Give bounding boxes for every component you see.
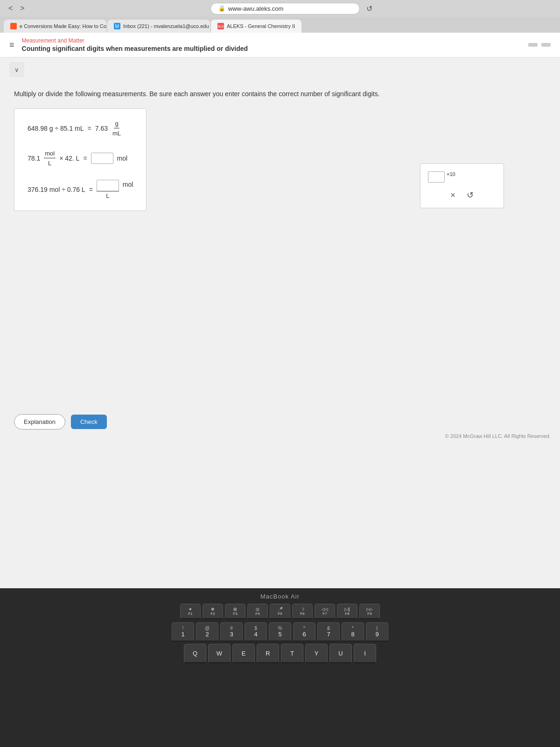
key-W-label: W xyxy=(217,650,222,657)
address-bar[interactable]: 🔒 www-awu.aleks.com xyxy=(210,3,360,14)
key-4[interactable]: $ 4 xyxy=(245,622,267,642)
problem-box: 648.98 g ÷ 85.1 mL = 7.63 g mL 78.1 mol … xyxy=(14,108,147,211)
key-f1-icon: ✦ xyxy=(189,607,192,612)
key-f3-label: F3 xyxy=(233,612,237,616)
key-f2-icon: ✻ xyxy=(211,607,215,612)
eq1-unit-numerator: g xyxy=(114,120,119,128)
eq2-answer-input[interactable] xyxy=(91,153,113,164)
browser-chrome: < > 🔒 www-awu.aleks.com ↺ e Conversions … xyxy=(0,0,560,33)
breadcrumb: Measurement and Matter xyxy=(22,37,521,44)
key-T[interactable]: T xyxy=(281,644,303,663)
key-7[interactable]: & 7 xyxy=(317,622,340,642)
key-f2[interactable]: ✻ F2 xyxy=(203,604,223,620)
x10-label: ×10 xyxy=(447,171,455,177)
key-Q[interactable]: Q xyxy=(184,644,206,663)
reload-button[interactable]: ↺ xyxy=(364,3,375,14)
header-btn-1 xyxy=(528,43,538,47)
side-refresh-button[interactable]: ↺ xyxy=(467,190,474,200)
key-7-bottom: 7 xyxy=(327,631,330,638)
key-R[interactable]: R xyxy=(257,644,279,663)
tab-inbox[interactable]: M Inbox (221) - mvalenzuela1@uco.edu - U… xyxy=(107,20,210,33)
key-E-label: E xyxy=(242,650,246,657)
eq3-unit-denominator: L xyxy=(106,192,109,199)
key-7-top: & xyxy=(327,626,330,631)
aleks-header: ≡ Measurement and Matter Counting signif… xyxy=(0,33,560,57)
key-3-bottom: 3 xyxy=(230,631,233,638)
browser-tabs: e Conversions Made Easy: How to Convert … xyxy=(0,17,560,33)
key-5-top: % xyxy=(278,626,282,631)
eq1-unit-fraction: g mL xyxy=(112,120,122,137)
key-1[interactable]: ! 1 xyxy=(172,622,194,642)
key-f4-label: F4 xyxy=(255,612,259,616)
address-bar-container: 🔒 www-awu.aleks.com ↺ xyxy=(31,3,554,14)
key-2-bottom: 2 xyxy=(205,631,209,638)
key-6-top: ^ xyxy=(303,626,306,631)
problem-container: Multiply or divide the following measure… xyxy=(0,82,560,218)
equation-row-3: 376.19 mol ÷ 0.76 L = L mol xyxy=(28,180,133,199)
x10-input[interactable] xyxy=(428,171,445,183)
side-panel: ×10 × ↺ xyxy=(420,163,504,208)
key-f8-icon: ▷|| xyxy=(344,607,350,612)
hamburger-menu-icon[interactable]: ≡ xyxy=(9,40,14,50)
key-4-bottom: 4 xyxy=(254,631,257,638)
key-f7-icon: ◁◁ xyxy=(322,607,328,612)
key-f4-icon: ◎ xyxy=(256,607,259,612)
bottom-controls: Explanation Check xyxy=(14,414,107,430)
key-6[interactable]: ^ 6 xyxy=(293,622,315,642)
key-f9-label: F9 xyxy=(367,612,371,616)
eq1-left: 648.98 g ÷ 85.1 mL xyxy=(28,125,84,132)
side-x-button[interactable]: × xyxy=(450,190,455,200)
key-f6[interactable]: ☽ F6 xyxy=(292,604,313,620)
key-3[interactable]: # 3 xyxy=(220,622,243,642)
key-E[interactable]: E xyxy=(232,644,255,663)
equation-row-2: 78.1 mol L × 42. L = mol xyxy=(28,150,133,167)
page-title: Counting significant digits when measure… xyxy=(22,45,521,52)
key-f6-label: F6 xyxy=(300,612,304,616)
key-Y[interactable]: Y xyxy=(305,644,328,663)
key-2[interactable]: @ 2 xyxy=(196,622,218,642)
key-f9[interactable]: ▷▷ F9 xyxy=(359,604,380,620)
eq2-L: L xyxy=(47,159,52,167)
key-f9-icon: ▷▷ xyxy=(366,607,373,612)
tab-favicon-conversions xyxy=(10,23,17,29)
key-8-top: * xyxy=(352,626,354,631)
eq3-answer-input[interactable] xyxy=(97,180,119,191)
key-W[interactable]: W xyxy=(208,644,231,663)
collapse-toggle-button[interactable]: ∨ xyxy=(9,62,24,77)
key-f8[interactable]: ▷|| F8 xyxy=(337,604,357,620)
key-f3[interactable]: ⊞ F3 xyxy=(225,604,245,620)
check-button[interactable]: Check xyxy=(71,415,107,429)
key-5[interactable]: % 5 xyxy=(269,622,291,642)
key-f7[interactable]: ◁◁ F7 xyxy=(315,604,335,620)
key-8[interactable]: * 8 xyxy=(342,622,364,642)
forward-button[interactable]: > xyxy=(17,3,27,14)
key-f5-icon: 🎤 xyxy=(278,607,283,612)
key-f1[interactable]: ✦ F1 xyxy=(180,604,201,620)
key-f6-icon: ☽ xyxy=(301,607,304,612)
tab-label-inbox: Inbox (221) - mvalenzuela1@uco.edu - Uni… xyxy=(123,23,210,29)
key-I[interactable]: I xyxy=(354,644,376,663)
key-1-top: ! xyxy=(182,626,184,631)
tab-conversions[interactable]: e Conversions Made Easy: How to Convert … xyxy=(4,20,106,33)
keyboard: ✦ F1 ✻ F2 ⊞ F3 ◎ F4 🎤 F5 ☽ F6 xyxy=(0,604,560,663)
eq2-times: × 42. L xyxy=(59,155,79,162)
tab-aleks[interactable]: ALK ALEKS - General Chemistry II xyxy=(211,20,301,33)
key-f4[interactable]: ◎ F4 xyxy=(247,604,268,620)
explanation-button[interactable]: Explanation xyxy=(14,414,65,430)
fn-key-row: ✦ F1 ✻ F2 ⊞ F3 ◎ F4 🎤 F5 ☽ F6 xyxy=(14,604,546,620)
back-button[interactable]: < xyxy=(6,3,15,14)
keyboard-area: MacBook Air ✦ F1 ✻ F2 ⊞ F3 ◎ F4 🎤 F5 xyxy=(0,588,560,747)
key-T-label: T xyxy=(290,650,294,657)
eq3-left: 376.19 mol ÷ 0.76 L xyxy=(28,186,85,193)
key-I-label: I xyxy=(364,650,366,657)
key-U[interactable]: U xyxy=(329,644,352,663)
key-9[interactable]: ( 9 xyxy=(366,622,388,642)
header-btn-2 xyxy=(541,43,551,47)
key-2-top: @ xyxy=(205,626,210,631)
key-f5[interactable]: 🎤 F5 xyxy=(270,604,290,620)
eq2-num: 78.1 xyxy=(28,155,40,162)
problem-instruction: Multiply or divide the following measure… xyxy=(14,89,546,99)
eq2-unit: mol xyxy=(117,155,128,162)
key-f1-label: F1 xyxy=(188,612,192,616)
eq1-equals: = xyxy=(88,125,91,132)
